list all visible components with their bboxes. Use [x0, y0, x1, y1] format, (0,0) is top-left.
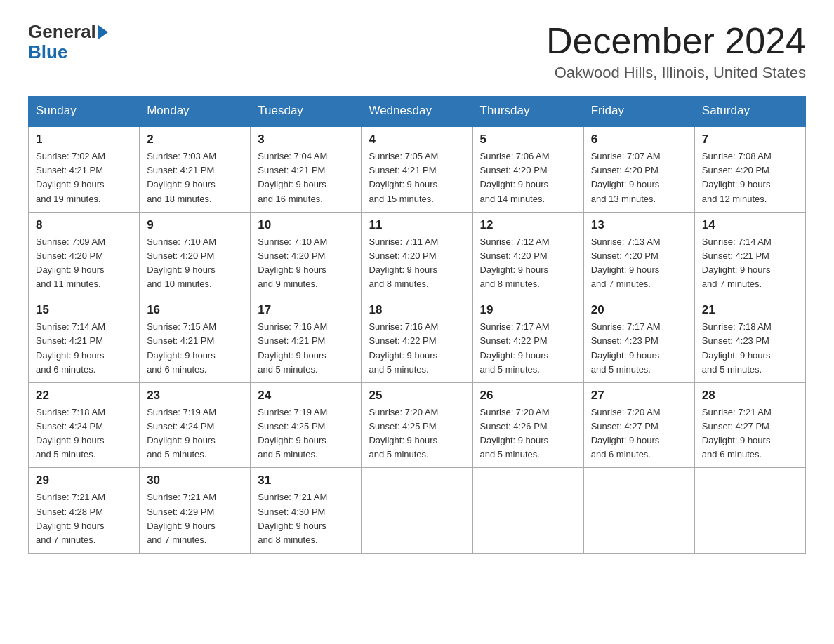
page-header: General Blue December 2024 Oakwood Hills… [28, 21, 806, 82]
day-info: Sunrise: 7:06 AM Sunset: 4:20 PM Dayligh… [480, 149, 576, 206]
location-subtitle: Oakwood Hills, Illinois, United States [546, 64, 806, 82]
calendar-title: December 2024 [546, 21, 806, 61]
day-number: 8 [36, 218, 132, 232]
calendar-cell: 31 Sunrise: 7:21 AM Sunset: 4:30 PM Dayl… [251, 468, 362, 554]
day-info: Sunrise: 7:19 AM Sunset: 4:24 PM Dayligh… [147, 405, 243, 462]
day-number: 27 [591, 389, 687, 403]
weekday-header-thursday: Thursday [472, 97, 583, 126]
calendar-cell: 19 Sunrise: 7:17 AM Sunset: 4:22 PM Dayl… [472, 297, 583, 383]
day-info: Sunrise: 7:19 AM Sunset: 4:25 PM Dayligh… [258, 405, 354, 462]
calendar-cell: 6 Sunrise: 7:07 AM Sunset: 4:20 PM Dayli… [583, 126, 694, 213]
day-number: 17 [258, 303, 354, 317]
day-info: Sunrise: 7:02 AM Sunset: 4:21 PM Dayligh… [36, 149, 132, 206]
day-info: Sunrise: 7:18 AM Sunset: 4:24 PM Dayligh… [36, 405, 132, 462]
weekday-header-friday: Friday [583, 97, 694, 126]
day-number: 2 [147, 133, 243, 147]
calendar-cell: 16 Sunrise: 7:15 AM Sunset: 4:21 PM Dayl… [140, 297, 251, 383]
day-number: 12 [480, 218, 576, 232]
day-info: Sunrise: 7:12 AM Sunset: 4:20 PM Dayligh… [480, 235, 576, 292]
weekday-header-saturday: Saturday [694, 97, 805, 126]
calendar-cell: 2 Sunrise: 7:03 AM Sunset: 4:21 PM Dayli… [140, 126, 251, 213]
calendar-cell: 12 Sunrise: 7:12 AM Sunset: 4:20 PM Dayl… [472, 212, 583, 297]
logo-blue-text: Blue [28, 43, 67, 61]
calendar-cell: 5 Sunrise: 7:06 AM Sunset: 4:20 PM Dayli… [472, 126, 583, 213]
calendar-cell: 14 Sunrise: 7:14 AM Sunset: 4:21 PM Dayl… [694, 212, 805, 297]
day-info: Sunrise: 7:04 AM Sunset: 4:21 PM Dayligh… [258, 149, 354, 206]
day-info: Sunrise: 7:20 AM Sunset: 4:26 PM Dayligh… [480, 405, 576, 462]
day-info: Sunrise: 7:10 AM Sunset: 4:20 PM Dayligh… [258, 235, 354, 292]
day-number: 16 [147, 303, 243, 317]
calendar-cell: 29 Sunrise: 7:21 AM Sunset: 4:28 PM Dayl… [29, 468, 140, 554]
day-info: Sunrise: 7:14 AM Sunset: 4:21 PM Dayligh… [702, 235, 798, 292]
calendar-cell: 20 Sunrise: 7:17 AM Sunset: 4:23 PM Dayl… [583, 297, 694, 383]
day-info: Sunrise: 7:21 AM Sunset: 4:28 PM Dayligh… [36, 490, 132, 547]
day-info: Sunrise: 7:13 AM Sunset: 4:20 PM Dayligh… [591, 235, 687, 292]
day-info: Sunrise: 7:20 AM Sunset: 4:25 PM Dayligh… [369, 405, 465, 462]
day-info: Sunrise: 7:20 AM Sunset: 4:27 PM Dayligh… [591, 405, 687, 462]
day-info: Sunrise: 7:10 AM Sunset: 4:20 PM Dayligh… [147, 235, 243, 292]
calendar-table: SundayMondayTuesdayWednesdayThursdayFrid… [28, 96, 806, 554]
calendar-cell: 30 Sunrise: 7:21 AM Sunset: 4:29 PM Dayl… [140, 468, 251, 554]
calendar-cell: 26 Sunrise: 7:20 AM Sunset: 4:26 PM Dayl… [472, 382, 583, 468]
calendar-cell [472, 468, 583, 554]
calendar-cell: 1 Sunrise: 7:02 AM Sunset: 4:21 PM Dayli… [29, 126, 140, 213]
calendar-cell: 15 Sunrise: 7:14 AM Sunset: 4:21 PM Dayl… [29, 297, 140, 383]
logo-general-text: General [28, 21, 96, 43]
logo: General Blue [28, 21, 108, 61]
title-section: December 2024 Oakwood Hills, Illinois, U… [546, 21, 806, 82]
day-info: Sunrise: 7:15 AM Sunset: 4:21 PM Dayligh… [147, 320, 243, 377]
day-info: Sunrise: 7:03 AM Sunset: 4:21 PM Dayligh… [147, 149, 243, 206]
day-number: 5 [480, 133, 576, 147]
calendar-cell: 22 Sunrise: 7:18 AM Sunset: 4:24 PM Dayl… [29, 382, 140, 468]
day-number: 6 [591, 133, 687, 147]
logo-arrow-icon [98, 25, 108, 39]
day-number: 24 [258, 389, 354, 403]
day-number: 19 [480, 303, 576, 317]
calendar-cell: 8 Sunrise: 7:09 AM Sunset: 4:20 PM Dayli… [29, 212, 140, 297]
calendar-cell: 27 Sunrise: 7:20 AM Sunset: 4:27 PM Dayl… [583, 382, 694, 468]
day-number: 11 [369, 218, 465, 232]
day-number: 21 [702, 303, 798, 317]
day-number: 4 [369, 133, 465, 147]
day-number: 9 [147, 218, 243, 232]
day-number: 31 [258, 474, 354, 488]
day-info: Sunrise: 7:21 AM Sunset: 4:29 PM Dayligh… [147, 490, 243, 547]
day-info: Sunrise: 7:16 AM Sunset: 4:22 PM Dayligh… [369, 320, 465, 377]
calendar-cell: 13 Sunrise: 7:13 AM Sunset: 4:20 PM Dayl… [583, 212, 694, 297]
calendar-week-row: 8 Sunrise: 7:09 AM Sunset: 4:20 PM Dayli… [29, 212, 806, 297]
calendar-cell: 21 Sunrise: 7:18 AM Sunset: 4:23 PM Dayl… [694, 297, 805, 383]
day-number: 15 [36, 303, 132, 317]
day-info: Sunrise: 7:17 AM Sunset: 4:23 PM Dayligh… [591, 320, 687, 377]
calendar-cell: 4 Sunrise: 7:05 AM Sunset: 4:21 PM Dayli… [362, 126, 472, 213]
weekday-header-monday: Monday [140, 97, 251, 126]
day-info: Sunrise: 7:16 AM Sunset: 4:21 PM Dayligh… [258, 320, 354, 377]
day-number: 30 [147, 474, 243, 488]
weekday-header-row: SundayMondayTuesdayWednesdayThursdayFrid… [29, 97, 806, 126]
day-number: 28 [702, 389, 798, 403]
day-info: Sunrise: 7:07 AM Sunset: 4:20 PM Dayligh… [591, 149, 687, 206]
calendar-cell: 18 Sunrise: 7:16 AM Sunset: 4:22 PM Dayl… [362, 297, 472, 383]
calendar-week-row: 22 Sunrise: 7:18 AM Sunset: 4:24 PM Dayl… [29, 382, 806, 468]
day-info: Sunrise: 7:21 AM Sunset: 4:27 PM Dayligh… [702, 405, 798, 462]
day-number: 26 [480, 389, 576, 403]
day-info: Sunrise: 7:14 AM Sunset: 4:21 PM Dayligh… [36, 320, 132, 377]
calendar-cell: 28 Sunrise: 7:21 AM Sunset: 4:27 PM Dayl… [694, 382, 805, 468]
weekday-header-sunday: Sunday [29, 97, 140, 126]
calendar-week-row: 15 Sunrise: 7:14 AM Sunset: 4:21 PM Dayl… [29, 297, 806, 383]
calendar-cell [362, 468, 472, 554]
day-number: 10 [258, 218, 354, 232]
calendar-cell [694, 468, 805, 554]
calendar-cell: 23 Sunrise: 7:19 AM Sunset: 4:24 PM Dayl… [140, 382, 251, 468]
calendar-cell: 11 Sunrise: 7:11 AM Sunset: 4:20 PM Dayl… [362, 212, 472, 297]
calendar-cell: 17 Sunrise: 7:16 AM Sunset: 4:21 PM Dayl… [251, 297, 362, 383]
day-number: 1 [36, 133, 132, 147]
day-number: 25 [369, 389, 465, 403]
calendar-cell: 9 Sunrise: 7:10 AM Sunset: 4:20 PM Dayli… [140, 212, 251, 297]
day-info: Sunrise: 7:17 AM Sunset: 4:22 PM Dayligh… [480, 320, 576, 377]
day-number: 18 [369, 303, 465, 317]
day-info: Sunrise: 7:08 AM Sunset: 4:20 PM Dayligh… [702, 149, 798, 206]
day-number: 20 [591, 303, 687, 317]
day-number: 29 [36, 474, 132, 488]
calendar-cell: 25 Sunrise: 7:20 AM Sunset: 4:25 PM Dayl… [362, 382, 472, 468]
calendar-cell: 3 Sunrise: 7:04 AM Sunset: 4:21 PM Dayli… [251, 126, 362, 213]
